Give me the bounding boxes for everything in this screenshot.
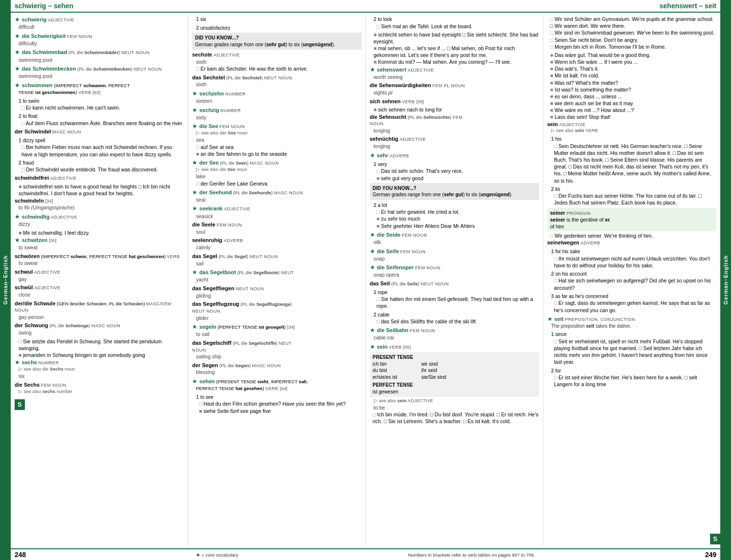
bullet-das-waers: Das wär's. That's it. bbox=[550, 65, 716, 72]
letter-s-left: S bbox=[15, 398, 184, 411]
entry-seide: ★ die Seide FEM NOUN silk bbox=[370, 231, 539, 246]
entry-schwierig: ★ schwierig ADJECTIVE difficult bbox=[15, 16, 184, 31]
entry-schwitzen: ★ schwitzen [36] to sweat bbox=[15, 236, 184, 251]
bullet-sich-sehnen: sich sehnen nach to long for bbox=[374, 106, 539, 113]
entry-segelschiff: das Segelschiff (PL die Segelschiffe) NE… bbox=[192, 339, 361, 360]
bullet-ist-was: Ist was? Is something the matter? bbox=[550, 86, 716, 93]
entry-schwule: der/die Schwule (GEN des/der Schwulen, P… bbox=[15, 300, 184, 321]
entry-sechste: sechste ADJECTIVE sixth Er kam als Sechs… bbox=[192, 51, 361, 73]
entry-seinetwegen: seinetwegen ADVERB bbox=[547, 239, 716, 246]
entry-sein-verb: ★ sein VERB [65] bbox=[370, 343, 539, 351]
page-header: schwierig – sehen sehenswert – seit bbox=[11, 0, 720, 13]
entry-schwindeln: schwindeln [34] to fib (Umgangssprache) bbox=[15, 197, 184, 211]
entry-sechzig: ★ sechzig NUMBER sixty bbox=[192, 106, 361, 121]
entry-sehen-1: 1 to see Hast du den Film schon gesehen?… bbox=[196, 393, 361, 414]
right-side-tab: German–English bbox=[720, 0, 731, 560]
entry-seifenoper: ★ die Seifenoper FEM NOUN soap opera bbox=[370, 263, 539, 279]
bullet-waere-gut: Das wäre gut. That would be a good thing… bbox=[550, 52, 716, 58]
entry-der-see: ★ der See (PL die Seen) MASC NOUN see al… bbox=[192, 159, 361, 187]
entry-seil: das Seil (PL die Seile) NEUT NOUN bbox=[370, 280, 539, 287]
columns-wrapper: ★ schwierig ADJECTIVE difficult ★ die Sc… bbox=[11, 13, 720, 548]
entry-schwimmen: ★ schwimmen (IMPERFECT schwamm, PERFECT … bbox=[15, 81, 184, 96]
column-1: ★ schwierig ADJECTIVE difficult ★ die Sc… bbox=[11, 15, 188, 546]
entry-schwindelfrei: schwindelfrei ADJECTIVE bbox=[15, 174, 184, 182]
entry-sehnsuechtig: sehnüchtig ADJECTIVE longing bbox=[370, 135, 539, 149]
entry-segelboot: ★ das Segelboot (PL die Segelboote) NEUT… bbox=[192, 268, 361, 283]
entry-sechs: ★ sechs NUMBER see also die Sechs noun s… bbox=[15, 358, 184, 380]
bullet-was-ist: Was ist? What's the matter? bbox=[550, 79, 716, 86]
entry-seife: ★ die Seife FEM NOUN soap bbox=[370, 247, 539, 262]
entry-segen: der Segen (PL die Segen) MASC NOUN bless… bbox=[192, 362, 361, 376]
right-tab-text: German–English bbox=[723, 255, 729, 304]
entry-six-2: 2 unsatisfactory bbox=[196, 24, 361, 32]
entry-segel: das Segel (PL die Segel) NEUT NOUN sail bbox=[192, 253, 361, 267]
column-2: 1 six 2 unsatisfactory DID YOU KNOW...? … bbox=[188, 15, 366, 546]
entry-seit: ★ seit PREPOSITION, CONJUNCTION The prep… bbox=[547, 315, 716, 330]
entry-seinetwegen-2: 2 on his account Hat sie sich seinetwege… bbox=[551, 270, 716, 291]
entry-schwindlig: ★ schwindlig ADJECTIVE dizzy bbox=[15, 213, 184, 228]
entry-seekrank: ★ seekrank ADJECTIVE seasick bbox=[192, 205, 361, 220]
entry-sechstel: das Sechstel (PL die Sechstel) NEUT NOUN… bbox=[192, 74, 361, 88]
entry-sehnsucht: die Sehnsucht (PL die Sehnsüchte) FEM NO… bbox=[370, 113, 539, 134]
entry-schwul: schwul ADJECTIVE gay bbox=[15, 268, 184, 282]
entry-seinetwegen-3: 3 as far as he's concerned Er sagt, dass… bbox=[551, 293, 716, 314]
main-content: schwierig – sehen sehenswert – seit ★ sc… bbox=[11, 0, 720, 560]
entry-segelflugzeug: das Segelflugzeug (PL die Segelflugzeuge… bbox=[192, 300, 361, 321]
bullet-wie-dem-auch-sei: wie dem auch sei be that as it may bbox=[550, 100, 716, 107]
example-seiner: Wir gedenken seiner. We're thinking of h… bbox=[550, 232, 716, 239]
bullet-schlecht-sehen: schlecht sehen to have bad eyesight □ Si… bbox=[374, 31, 539, 45]
right-page-num: 249 bbox=[705, 551, 716, 559]
right-header: sehenswert – seit bbox=[366, 2, 716, 10]
entry-sehen: ★ sehen (PRESENT TENSE sieht, IMPERFECT … bbox=[192, 377, 361, 392]
entry-seit-2: 2 for Er ist seit einer Woche hier. He's… bbox=[551, 367, 716, 388]
entry-die-sechs: die Sechs FEM NOUN see also sechs number bbox=[15, 381, 184, 395]
entry-schwindel-2: 2 fraud Der Schwindel wurde entdeckt. Th… bbox=[19, 159, 184, 173]
entry-sein-adj-1: 1 his Sein Deutschlehrer ist nett. His G… bbox=[551, 135, 716, 184]
entry-schwung: der Schwung (PL die Schwünge) MASC NOUN … bbox=[15, 322, 184, 336]
left-page-num: 248 bbox=[15, 551, 26, 559]
page-wrapper: German–English schwierig – sehen sehensw… bbox=[0, 0, 731, 560]
column-4: Wir sind Schüler am Gymnasium. We're pup… bbox=[543, 15, 720, 546]
bullet-kommst-du: Kommst du mit? — Mal sehen. Are you comi… bbox=[374, 58, 539, 65]
entry-sechzehn: ★ sechzehn NUMBER sixteen bbox=[192, 90, 361, 105]
entry-schwuel: schwül ADJECTIVE close bbox=[15, 284, 184, 298]
entry-sehr: ★ sehr ADVERB bbox=[370, 151, 539, 159]
column-3: 2 to look Sieh mal an die Tafel. Look at… bbox=[366, 15, 543, 546]
entry-seil-1: 1 rope Sie hatten ihn mit einem Seil gef… bbox=[374, 289, 539, 310]
entry-schwindel: der Schwindel MASC NOUN bbox=[15, 128, 184, 135]
entry-schwimmbecken: ★ das Schwimmbecken (PL die Schwimmbecke… bbox=[15, 65, 184, 80]
entry-sehenswuerdigkeiten: die Sehenswürdigkeiten FEM PL NOUN sight… bbox=[370, 82, 539, 96]
bullet-schwung: jemanden in Schwung bringen to get someb… bbox=[19, 352, 184, 358]
bullet-schwindlig: Mir ist schwindlig. I feel dizzy. bbox=[19, 229, 184, 236]
entry-sehenswert: ★ sehenswert ADJECTIVE worth seeing bbox=[370, 66, 539, 81]
entry-sein-examples: Wir sind Schüler am Gymnasium. We're pup… bbox=[547, 16, 716, 50]
entry-sehr-2: 2 a lot Er hat sehr geweint. He cried a … bbox=[374, 202, 539, 229]
entry-seit-1: 1 since Seit er verheiratet ist, spielt … bbox=[551, 331, 716, 365]
entry-seilbahn: ★ die Seilbahn FEM NOUN cable car bbox=[370, 326, 539, 341]
entry-schwimmen-2: 2 to float Auf dem Fluss schwammen Äste.… bbox=[19, 112, 184, 127]
entry-schwoeren: schwören (IMPERFECT schwor, PERFECT TENS… bbox=[15, 253, 184, 267]
entry-seele: die Seele FEM NOUN soul bbox=[192, 221, 361, 235]
entry-schwimmbad: ★ das Schwimmbad (PL die Schwimmbäder) N… bbox=[15, 48, 184, 63]
entry-segelfliegen: das Segelfliegen NEUT NOUN gliding bbox=[192, 285, 361, 299]
page-footer: 248 ★ = core vocabulary Numbers in brack… bbox=[11, 548, 720, 560]
letter-s-right: S bbox=[710, 533, 720, 545]
pronoun-box-seiner: seiner PRONOUN seiner is the genitive of… bbox=[547, 208, 716, 232]
entry-sein-adj: sein ADJECTIVE see also sein VERB bbox=[547, 121, 716, 134]
entry-schwindel-1: 1 dizzy spell Bei hohem Fieber muss man … bbox=[19, 137, 184, 158]
footer-legend: ★ = core vocabulary bbox=[196, 552, 238, 558]
left-tab-text: German–English bbox=[2, 255, 8, 304]
footer-note: Numbers in brackets refer to verb tables… bbox=[408, 552, 535, 558]
bullet-wenn-ich: Wenn ich Sie wäre ... If I were you ... bbox=[550, 58, 716, 65]
bullet-lass-das: Lass das sein! Stop that! bbox=[550, 113, 716, 120]
entry-schwimmen-1: 1 to swim Er kann nicht schwimmen. He ca… bbox=[19, 97, 184, 112]
left-header: schwierig – sehen bbox=[15, 2, 366, 10]
entry-seelenruhig: seelenruhig ADVERB calmly bbox=[192, 237, 361, 251]
entry-sehen-2: 2 to look Sieh mal an die Tafel. Look at… bbox=[374, 16, 539, 30]
entry-die-see: ★ die See FEM NOUN see also der See noun… bbox=[192, 122, 361, 157]
entry-sich-sehnen: sich sehnen VERB [38] bbox=[370, 98, 539, 105]
left-side-tab: German–English bbox=[0, 0, 11, 560]
did-you-know-sechs: DID YOU KNOW...? German grades range fro… bbox=[192, 33, 361, 50]
entry-schwierigkeit: ★ die Schwierigkeit FEM NOUN difficulty bbox=[15, 32, 184, 47]
bullet-mir-ist-kalt: Mir ist kalt. I'm cold. bbox=[550, 72, 716, 79]
